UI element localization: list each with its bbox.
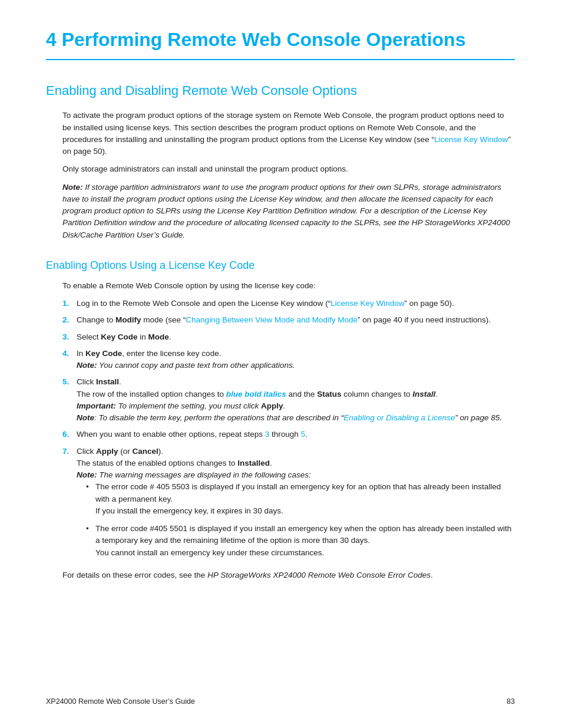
step-4-content: In Key Code, enter the license key code.… xyxy=(77,348,515,372)
footer-product: XP24000 Remote Web Console User’s Guide xyxy=(46,696,195,707)
step-7-number: 7. xyxy=(62,446,77,565)
bullet-2-text: The error code #405 5501 is displayed if… xyxy=(95,523,515,559)
chapter-title: 4 Performing Remote Web Console Operatio… xyxy=(46,28,515,60)
enabling-disabling-link[interactable]: Enabling or Disabling a License xyxy=(343,413,455,422)
section2-intro: To enable a Remote Web Console option by… xyxy=(46,280,515,292)
footer: XP24000 Remote Web Console User’s Guide … xyxy=(0,696,562,707)
step-7-sub1: The status of the enabled options change… xyxy=(77,459,272,467)
page: 4 Performing Remote Web Console Operatio… xyxy=(0,0,562,728)
step-3: 3. Select Key Code in Mode. xyxy=(62,331,515,343)
step-7-bold-apply: Apply xyxy=(96,447,118,456)
step-5-bold-apply: Apply xyxy=(261,401,283,410)
step-2: 2. Change to Modify mode (see “Changing … xyxy=(62,314,515,326)
bullet-2: • The error code #405 5501 is displayed … xyxy=(86,523,515,559)
step-5: 5. Click Install. The row of the install… xyxy=(62,376,515,424)
italic-book-title1: HP StorageWorks XP24000 Disk/Cache Parti… xyxy=(62,218,510,239)
steps-list: 1. Log in to the Remote Web Console and … xyxy=(46,298,515,565)
bullet-1-dot: • xyxy=(86,481,95,517)
step-2-content: Change to Modify mode (see “Changing Bet… xyxy=(77,314,515,326)
step-4-bold-keycode: Key Code xyxy=(85,349,122,358)
step-5-install-italic: Install xyxy=(412,390,435,398)
step-5-bold-status: Status xyxy=(317,390,341,398)
step-2-bold-modify: Modify xyxy=(115,315,141,324)
step-4-note: Note: You cannot copy and paste text fro… xyxy=(77,361,295,370)
section1-note: Note: If storage partition administrator… xyxy=(46,182,515,241)
step-2-number: 2. xyxy=(62,314,77,326)
step-4-note-label: Note: xyxy=(77,361,97,370)
step-7-bold-installed: Installed xyxy=(237,459,270,467)
step-7: 7. Click Apply (or Cancel). The status o… xyxy=(62,446,515,565)
section2-title: Enabling Options Using a License Key Cod… xyxy=(46,258,515,273)
step-6-number: 6. xyxy=(62,429,77,440)
step-1-content: Log in to the Remote Web Console and ope… xyxy=(77,298,515,309)
bullet-2-dot: • xyxy=(86,523,95,559)
step-5-note-label: Note xyxy=(77,413,94,422)
step-1: 1. Log in to the Remote Web Console and … xyxy=(62,298,515,309)
step-5-important-label: Important: xyxy=(77,401,116,410)
step-3-bold-keycode: Key Code xyxy=(101,332,137,341)
changing-modes-link[interactable]: Changing Between View Mode and Modify Mo… xyxy=(186,315,358,324)
step-7-bold-cancel: Cancel xyxy=(133,447,158,456)
step-7-note: Note: The warning messages are displayed… xyxy=(77,470,311,479)
step-5-blue-bold: blue bold italics xyxy=(226,390,286,398)
step-5-sub1: The row of the installed option changes … xyxy=(77,390,438,398)
step-7-note-label: Note: xyxy=(77,470,97,479)
step-5-note: Note: To disable the term key, perform t… xyxy=(77,413,502,422)
section1-para1: To activate the program product options … xyxy=(46,110,515,157)
step-5-bold-install: Install xyxy=(96,377,119,386)
step-3-bold-mode: Mode xyxy=(148,332,169,341)
step-3-number: 3. xyxy=(62,331,77,343)
step-5-number: 5. xyxy=(62,376,77,424)
step-4: 4. In Key Code, enter the license key co… xyxy=(62,348,515,372)
step-ref-3[interactable]: 3 xyxy=(265,430,270,439)
step-4-number: 4. xyxy=(62,348,77,372)
note-label: Note: xyxy=(62,183,83,192)
license-key-window-link1[interactable]: License Key Window xyxy=(434,135,508,144)
chapter-title-text-main: Performing Remote Web Console Operations xyxy=(62,29,466,50)
footer-page: 83 xyxy=(507,696,515,707)
bullet-1: • The error code # 405 5503 is displayed… xyxy=(86,481,515,517)
step-5-important: Important: To implement the setting, you… xyxy=(77,401,285,410)
bullet-1-text: The error code # 405 5503 is displayed i… xyxy=(95,481,515,517)
step-1-number: 1. xyxy=(62,298,77,309)
step-5-content: Click Install. The row of the installed … xyxy=(77,376,515,424)
step-ref-5[interactable]: 5 xyxy=(301,430,306,439)
license-key-window-link2[interactable]: License Key Window xyxy=(330,299,404,308)
section1-para2: Only storage administrators can install … xyxy=(46,163,515,175)
final-para-italic: HP StorageWorks XP24000 Remote Web Conso… xyxy=(207,571,431,579)
step-7-bullets: • The error code # 405 5503 is displayed… xyxy=(86,481,515,559)
section1-title: Enabling and Disabling Remote Web Consol… xyxy=(46,81,515,100)
step-6: 6. When you want to enable other options… xyxy=(62,429,515,440)
final-para: For details on these error codes, see th… xyxy=(46,569,515,581)
step-7-content: Click Apply (or Cancel). The status of t… xyxy=(77,446,515,565)
step-6-content: When you want to enable other options, r… xyxy=(77,429,515,440)
step-3-content: Select Key Code in Mode. xyxy=(77,331,515,343)
chapter-number: 4 xyxy=(46,29,57,50)
